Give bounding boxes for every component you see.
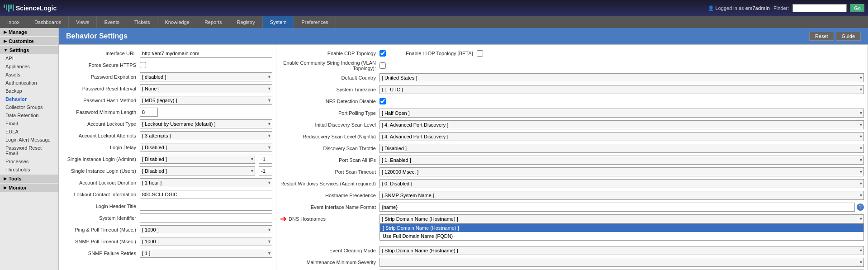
event-clearing-mode-control: [ Strip Domain Name (Hostname) ] ▼ — [379, 246, 864, 255]
single-instance-users-select[interactable]: [ Disabled ] — [140, 166, 255, 175]
sidebar-item-eula[interactable]: EULA — [0, 128, 58, 136]
top-right-bar: 👤 Logged in as em7admin Finder: Go — [708, 4, 864, 12]
restart-windows-services-control: [ 0. Disabled ] ▼ — [379, 179, 864, 188]
account-lockout-attempts-label: Account Lockout Attempts — [63, 133, 140, 138]
discovery-scan-throttle-select[interactable]: [ Disabled ] — [379, 144, 864, 153]
sidebar-item-thresholds[interactable]: Thresholds — [0, 166, 58, 174]
nav-dashboards[interactable]: Dashboards — [27, 16, 69, 28]
password-expiration-select[interactable]: [ disabled ] — [140, 72, 272, 81]
restart-windows-services-label: Restart Windows Services (Agent required… — [280, 181, 379, 186]
help-icon[interactable]: ? — [857, 204, 864, 211]
default-country-select[interactable]: [ United States ] — [379, 73, 864, 82]
system-identifier-row: System Identifier — [63, 213, 272, 223]
sidebar-item-authentication[interactable]: Authentication — [0, 79, 58, 87]
nav-reports[interactable]: Reports — [197, 16, 230, 28]
event-interface-name-input[interactable] — [379, 203, 855, 212]
rediscovery-scan-level-select[interactable]: [ 4. Advanced Port Discovery ] — [379, 132, 864, 141]
sidebar-item-login-alert[interactable]: Login Alert Message — [0, 136, 58, 144]
snmp-failure-retries-select[interactable]: [ 1 ] — [140, 249, 272, 258]
password-expiration-control: [ disabled ] ▼ — [140, 72, 272, 81]
single-instance-admins-select[interactable]: [ Disabled ] — [140, 155, 255, 164]
sidebar-header-customize[interactable]: ▶ Customize — [0, 37, 58, 45]
ping-poll-timeout-select[interactable]: [ 1000 ] — [140, 225, 272, 234]
account-lockout-duration-select[interactable]: [ 1 hour ] — [140, 178, 272, 187]
community-string-indexing-checkbox[interactable] — [379, 62, 386, 69]
single-instance-users-input[interactable] — [259, 166, 272, 175]
nav-views[interactable]: Views — [69, 16, 97, 28]
sidebar-header-settings[interactable]: ▼ Settings — [0, 46, 58, 54]
sidebar-item-backup[interactable]: Backup — [0, 87, 58, 95]
sidebar-customize-label: Customize — [9, 38, 34, 44]
interface-url-input[interactable] — [140, 49, 272, 58]
snmp-poll-timeout-select[interactable]: [ 1000 ] — [140, 237, 272, 246]
sidebar-header-monitor[interactable]: ▶ Monitor — [0, 184, 58, 192]
single-instance-admins-input[interactable] — [259, 155, 272, 164]
ping-poll-timeout-label: Ping & Poll Timeout (Msec.) — [63, 227, 140, 232]
lockout-contact-input[interactable] — [140, 190, 272, 199]
sidebar-item-email[interactable]: Email — [0, 119, 58, 128]
sidebar-item-api[interactable]: API — [0, 54, 58, 62]
nav-knowledge[interactable]: Knowledge — [157, 16, 197, 28]
event-clearing-mode-select[interactable]: [ Strip Domain Name (Hostname) ] — [379, 246, 864, 255]
password-min-length-input[interactable] — [140, 108, 158, 117]
sidebar-section-settings: ▼ Settings API Appliances Assets Authent… — [0, 46, 58, 174]
cdp-topology-checkbox[interactable] — [379, 50, 386, 57]
hostname-precedence-select[interactable]: [ SNMP System Name ] — [379, 191, 864, 200]
initial-discovery-scan-select[interactable]: [ 4. Advanced Port Discovery ] — [379, 120, 864, 129]
main-layout: ▶ Manage ▶ Customize ▼ Settings API Appl… — [0, 28, 868, 270]
port-scan-all-ips-select-wrap: [ 1. Enabled ] ▼ — [379, 156, 864, 165]
dns-option-fqdn[interactable]: Use Full Domain Name (FQDN) — [380, 232, 863, 240]
single-instance-users-row: Single Instance Login (Users) [ Disabled… — [63, 166, 272, 176]
login-delay-select[interactable]: [ Disabled ] — [140, 143, 272, 152]
restart-windows-services-select[interactable]: [ 0. Disabled ] — [379, 179, 864, 188]
password-min-length-control — [140, 108, 272, 117]
hostname-precedence-row: Hostname Precedence [ SNMP System Name ]… — [280, 190, 864, 200]
event-interface-name-label: Event Interface Name Format — [280, 204, 379, 210]
port-scan-all-ips-select[interactable]: [ 1. Enabled ] — [379, 156, 864, 165]
password-hash-method-select[interactable]: [ MD5 (legacy) ] — [140, 96, 272, 105]
lldp-topology-checkbox[interactable] — [477, 50, 483, 57]
port-polling-type-select[interactable]: [ Half Open ] — [379, 109, 864, 118]
reset-button[interactable]: Reset — [809, 32, 834, 41]
sidebar-item-behavior[interactable]: Behavior — [0, 95, 58, 103]
sidebar-header-tools[interactable]: ▶ Tools — [0, 175, 58, 183]
sidebar-header-manage[interactable]: ▶ Manage — [0, 28, 58, 36]
dns-hostnames-select[interactable]: [ Strip Domain Name (Hostname) ] — [379, 214, 864, 223]
account-lockout-type-label: Account Lockout Type — [63, 121, 140, 127]
account-lockout-attempts-select[interactable]: [ 3 attempts ] — [140, 131, 272, 140]
nav-registry[interactable]: Registry — [229, 16, 262, 28]
port-scan-timeout-select[interactable]: [ 120000 Msec. ] — [379, 167, 864, 176]
force-https-row: Force Secure HTTPS — [63, 60, 272, 70]
dns-option-strip[interactable]: [ Strip Domain Name (Hostname) ] — [380, 224, 863, 232]
logo: ScienceLogic — [4, 5, 57, 12]
force-https-checkbox[interactable] — [140, 62, 146, 68]
community-string-indexing-label: Enable Community String Indexing (VLAN T… — [280, 60, 379, 71]
sidebar-item-collector-groups[interactable]: Collector Groups — [0, 103, 58, 111]
login-delay-control: [ Disabled ] ▼ — [140, 143, 272, 152]
sidebar-item-appliances[interactable]: Appliances — [0, 62, 58, 71]
account-lockout-type-select[interactable]: [ Lockout by Username (default) ] — [140, 119, 272, 128]
nav-inbox[interactable]: Inbox — [0, 16, 27, 28]
maintenance-min-severity-select[interactable] — [379, 258, 864, 267]
system-identifier-label: System Identifier — [63, 215, 140, 221]
nfs-detection-checkbox[interactable] — [379, 98, 386, 104]
sidebar-item-processes[interactable]: Processes — [0, 157, 58, 166]
system-timezone-select[interactable]: [ L_UTC ] — [379, 85, 864, 94]
interface-url-row: Interface URL — [63, 48, 272, 58]
password-reset-interval-select[interactable]: [ None ] — [140, 84, 272, 93]
finder-input[interactable] — [792, 4, 847, 12]
system-identifier-input[interactable] — [140, 213, 272, 223]
sidebar-item-data-retention[interactable]: Data Retention — [0, 111, 58, 119]
nav-system[interactable]: System — [263, 16, 294, 28]
sidebar-item-password-reset-email[interactable]: Password Reset Email — [0, 144, 58, 157]
settings-arrow-icon: ▼ — [4, 48, 8, 52]
sidebar-item-assets[interactable]: Assets — [0, 71, 58, 79]
guide-button[interactable]: Guide — [836, 32, 861, 41]
nav-events[interactable]: Events — [97, 16, 127, 28]
nav-preferences[interactable]: Preferences — [294, 16, 336, 28]
login-header-title-input[interactable] — [140, 202, 272, 211]
login-delay-row: Login Delay [ Disabled ] ▼ — [63, 142, 272, 152]
nav-tickets[interactable]: Tickets — [127, 16, 157, 28]
account-lockout-attempts-control: [ 3 attempts ] ▼ — [140, 131, 272, 140]
go-button[interactable]: Go — [850, 4, 864, 12]
